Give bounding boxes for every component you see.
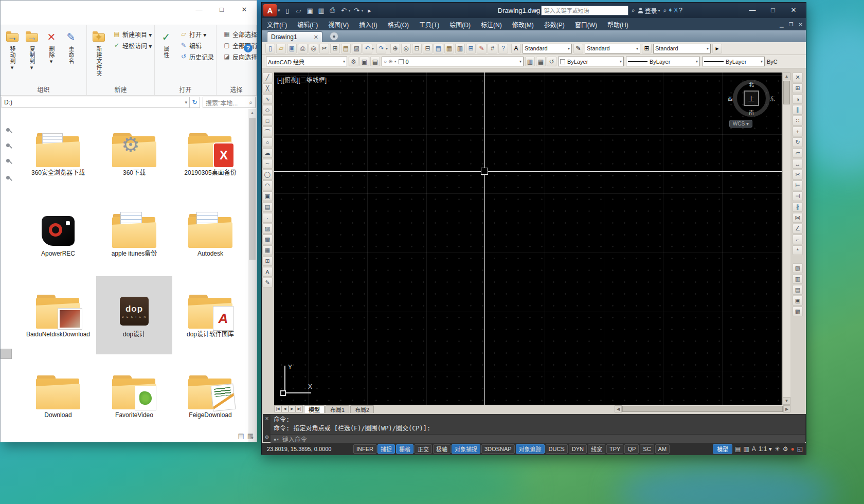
status-toggle[interactable]: 极轴 — [433, 444, 451, 454]
toolbar-button[interactable]: ↺ — [547, 57, 556, 66]
details-view-icon[interactable]: ▤ — [238, 432, 244, 440]
menu-item[interactable]: 文件(F) — [262, 18, 292, 30]
doc-window-control-icon[interactable]: ▁ — [780, 22, 784, 27]
maximize-button[interactable]: □ — [210, 2, 233, 17]
chevron-down-icon[interactable]: ▾ — [372, 46, 376, 51]
status-toggle[interactable]: DYN — [569, 444, 587, 454]
ribbon-button[interactable]: ✕删除▾ — [42, 28, 61, 66]
draw-tool-button[interactable]: A — [262, 267, 273, 277]
toolbar-button[interactable]: ▤ — [370, 57, 380, 66]
order-tool-button[interactable]: ▣ — [793, 296, 803, 305]
table-style-icon[interactable]: ⊞ — [642, 44, 652, 53]
toolbar-button[interactable]: ⊕ — [390, 44, 400, 53]
status-toggle[interactable]: 线宽 — [588, 444, 605, 454]
order-tool-button[interactable]: ▥ — [793, 274, 803, 284]
draw-tool-button[interactable]: · — [262, 213, 273, 223]
draw-tool-button[interactable]: ○ — [262, 137, 273, 147]
file-item[interactable]: 360安全浏览器下载 — [20, 115, 96, 193]
status-toggle[interactable]: INFER — [353, 444, 376, 454]
toolbar-button[interactable]: ▥ — [455, 44, 465, 53]
toolbar-button[interactable]: ▣ — [287, 44, 297, 53]
modify-tool-button[interactable]: ⊢ — [793, 181, 803, 190]
layout-tab[interactable]: 布局2 — [350, 405, 374, 413]
status-icon[interactable]: A — [752, 445, 756, 453]
command-close-icon[interactable]: ✕ — [265, 416, 269, 421]
menu-item[interactable]: 窗口(W) — [570, 18, 602, 30]
autocad-titlebar[interactable]: A ▾ ▯▱▣▥⎙↶▾↷▾▸ Drawing1.dwg ▸ 键入关键字或短语 ⌕… — [262, 3, 806, 18]
text-style-combo[interactable]: Standard▾ — [523, 44, 572, 53]
viewcube-compass[interactable]: 上 北 南 西 东 — [733, 80, 770, 117]
file-item[interactable]: ⚙360下载 — [96, 115, 172, 193]
ribbon-button[interactable]: ✎重命名 — [62, 28, 80, 65]
ribbon-small-button[interactable]: ↺历史记录 — [177, 51, 216, 62]
file-item[interactable]: ApowerREC — [20, 195, 96, 274]
file-item[interactable]: Download — [20, 357, 96, 435]
modify-tool-button[interactable]: ↔ — [793, 159, 803, 169]
toolbar-button[interactable]: ◎ — [309, 44, 318, 53]
draw-tool-button[interactable]: ◠ — [262, 181, 273, 190]
status-toggle[interactable]: 对象捕捉 — [452, 444, 480, 454]
scroll-thumb[interactable] — [622, 406, 783, 412]
ribbon-small-button[interactable]: ✓轻松访问 ▾ — [111, 40, 154, 51]
ribbon-small-button[interactable]: ▦全部选择 — [221, 28, 259, 40]
compass-west[interactable]: 西 — [728, 95, 733, 102]
menu-item[interactable]: 插入(I) — [354, 18, 382, 30]
file-item[interactable]: Autodesk — [172, 195, 248, 274]
chevron-right-icon[interactable]: ▸ — [535, 7, 538, 14]
draw-tool-button[interactable]: ∼ — [262, 159, 273, 169]
toolbar-button[interactable]: ↶ — [363, 44, 372, 53]
address-combo[interactable]: D:) ▾ — [2, 97, 190, 108]
draw-tool-button[interactable]: ◯ — [262, 170, 273, 179]
canvas-vscrollbar[interactable]: ▲ ▼ — [782, 73, 790, 405]
toolbar-button[interactable]: ⊡ — [412, 44, 422, 53]
ribbon-small-button[interactable]: ◪反向选择 — [221, 51, 259, 62]
command-options-icon[interactable]: ▪▾ — [274, 437, 279, 442]
modify-tool-button[interactable]: ⊞ — [793, 83, 803, 93]
status-toggle[interactable]: DUCS — [546, 444, 568, 454]
draw-tool-button[interactable]: ╱ — [262, 73, 273, 82]
chevron-down-icon[interactable]: ▾ — [349, 8, 351, 13]
draw-tool-button[interactable]: ◇ — [262, 105, 273, 115]
qat-button[interactable]: ▯ — [282, 5, 293, 15]
status-icon[interactable]: ⚙ — [783, 445, 788, 453]
pin-icon[interactable] — [6, 143, 12, 149]
menu-item[interactable]: 标注(N) — [476, 18, 507, 30]
ribbon-button[interactable]: ✦新建文件夹 — [89, 28, 108, 78]
draw-tool-button[interactable]: ▩ — [262, 235, 273, 244]
dim-style-icon[interactable]: ✎ — [573, 44, 583, 53]
status-toggle[interactable]: 对象追踪 — [516, 444, 545, 454]
menu-item[interactable]: 修改(M) — [507, 18, 539, 30]
modify-tool-button[interactable]: ✂ — [793, 170, 803, 179]
file-item[interactable]: FeigeDownload — [172, 357, 248, 435]
file-item[interactable]: apple itunes备份 — [96, 195, 172, 274]
scroll-down-icon[interactable]: ▼ — [783, 397, 790, 405]
toolbar-button[interactable]: # — [488, 44, 497, 53]
table-style-combo[interactable]: Standard▾ — [653, 44, 711, 53]
scroll-up-icon[interactable]: ▲ — [783, 73, 790, 80]
order-tool-button[interactable]: ▧ — [793, 263, 803, 273]
chevron-down-icon[interactable]: ▾ — [278, 8, 280, 13]
doc-window-control-icon[interactable]: ✕ — [799, 22, 803, 27]
tab-nav-button[interactable]: |◀ — [274, 405, 281, 412]
draw-tool-button[interactable]: ▣ — [262, 191, 273, 201]
toolbar-button[interactable]: ⊞ — [466, 44, 476, 53]
ribbon-small-button[interactable]: ✎编辑 — [177, 40, 216, 51]
infocenter-icon[interactable]: X — [674, 7, 678, 14]
toolbar-button[interactable]: ▤ — [434, 44, 443, 53]
pin-icon[interactable] — [6, 128, 12, 134]
status-toggle[interactable]: TPY — [606, 444, 623, 454]
workspace-combo[interactable]: AutoCAD 经典▾ — [266, 57, 347, 66]
status-icon[interactable]: ● — [790, 445, 794, 453]
layout-tab[interactable]: 布局1 — [326, 405, 349, 413]
tab-close-icon[interactable]: ✕ — [314, 34, 318, 41]
draw-tool-button[interactable]: ▨ — [262, 224, 273, 233]
modify-tool-button[interactable]: ◑ — [793, 94, 803, 104]
lineweight-combo[interactable]: ByLayer▾ — [702, 57, 765, 66]
status-icon[interactable]: ☀ — [775, 445, 780, 453]
compass-east[interactable]: 东 — [770, 95, 775, 102]
command-input[interactable]: ▪▾ 键入命令 — [271, 434, 805, 443]
compass-top[interactable]: 上 — [744, 91, 759, 106]
toolbar-button[interactable]: ▤ — [341, 44, 351, 53]
toolbar-button[interactable]: ▱ — [276, 44, 286, 53]
ribbon-button[interactable]: →移动到▾ — [3, 28, 22, 73]
